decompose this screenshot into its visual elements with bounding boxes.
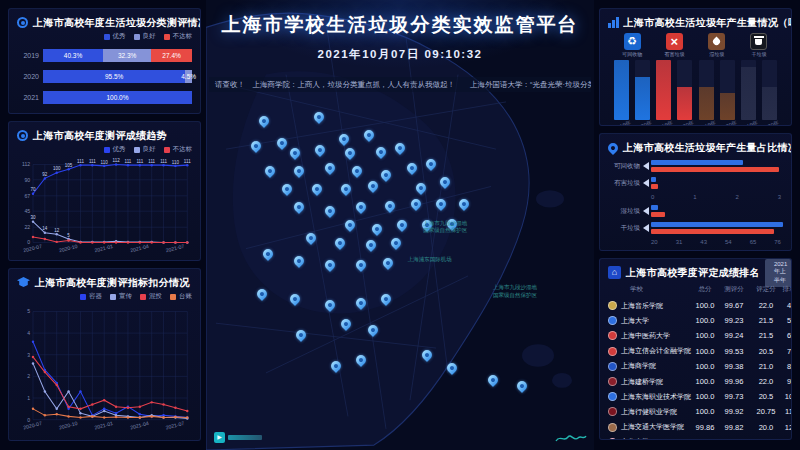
map-marker-pin[interactable] (445, 361, 459, 375)
series-混投 (32, 356, 189, 413)
rank-cell: 10 (782, 392, 792, 401)
map-marker-pin[interactable] (294, 328, 308, 342)
map-marker-pin[interactable] (457, 197, 471, 211)
year-bar[interactable] (699, 60, 714, 120)
map-marker-pin[interactable] (288, 292, 302, 306)
map-marker-pin[interactable] (379, 292, 393, 306)
map-marker-pin[interactable] (408, 197, 422, 211)
ratio-bar-2020年[interactable] (651, 229, 774, 234)
period-tag-button[interactable]: 2021年上半年 (765, 259, 792, 287)
year-bar[interactable] (741, 60, 756, 120)
map-marker-pin[interactable] (354, 353, 368, 367)
map-marker-pin[interactable] (370, 222, 384, 236)
map-marker-pin[interactable] (414, 181, 428, 195)
map-marker-pin[interactable] (381, 256, 395, 270)
year-bar[interactable] (614, 60, 629, 120)
eval-score-cell: 99.12 (718, 438, 750, 440)
map-marker-pin[interactable] (339, 182, 353, 196)
map-marker-pin[interactable] (255, 287, 269, 301)
map-marker-pin[interactable] (486, 373, 500, 387)
map-marker-pin[interactable] (323, 298, 337, 312)
map-marker-pin[interactable] (292, 164, 306, 178)
ratio-bar-2020年[interactable] (651, 167, 779, 172)
year-bar[interactable] (762, 60, 777, 120)
map-marker-pin[interactable] (405, 161, 419, 175)
map-marker-pin[interactable] (310, 182, 324, 196)
bar-segment-良好[interactable]: 32.3% (103, 49, 151, 62)
map-marker-pin[interactable] (292, 200, 306, 214)
year-bar[interactable] (677, 60, 692, 120)
map-marker-pin[interactable] (323, 258, 337, 272)
map-marker-pin[interactable] (311, 110, 325, 124)
legend-item: 良好 (134, 32, 156, 41)
ratio-bar-2019年[interactable] (651, 177, 656, 182)
map-marker-pin[interactable] (350, 164, 364, 178)
map-marker-pin[interactable] (275, 136, 289, 150)
map-marker-pin[interactable] (420, 348, 434, 362)
rank-cell: 6 (782, 331, 792, 340)
map-marker-pin[interactable] (333, 236, 347, 250)
table-row: 上海交通大学医学院99.8699.8220.012 (608, 420, 783, 435)
map-marker-pin[interactable] (354, 258, 368, 272)
legend-item: 不达标 (164, 32, 193, 41)
bar-segment-优秀[interactable]: 100.0% (43, 91, 192, 104)
ratio-bar-2019年[interactable] (651, 160, 743, 165)
map-marker-pin[interactable] (366, 179, 380, 193)
school-name: 上海交通大学医学院 (621, 422, 684, 432)
map-marker-pin[interactable] (354, 296, 368, 310)
map-marker-pin[interactable] (438, 175, 452, 189)
map-marker-pin[interactable] (257, 114, 271, 128)
map-marker-pin[interactable] (249, 139, 263, 153)
bar-segment-不达标[interactable]: 27.4% (151, 49, 192, 62)
year-bar[interactable] (635, 60, 650, 120)
map-marker-pin[interactable] (389, 236, 403, 250)
map-marker-pin[interactable] (261, 247, 275, 261)
map-marker-pin[interactable] (342, 146, 356, 160)
map-marker-pin[interactable] (292, 254, 306, 268)
svg-text:112: 112 (112, 158, 120, 163)
map-marker-pin[interactable] (434, 197, 448, 211)
map-marker-pin[interactable] (263, 164, 277, 178)
svg-text:5: 5 (67, 233, 70, 238)
map-marker-pin[interactable] (280, 182, 294, 196)
map-marker-pin[interactable] (383, 199, 397, 213)
map-marker-pin[interactable] (366, 323, 380, 337)
map-marker-pin[interactable] (339, 317, 353, 331)
category-label: 有害垃圾 (608, 179, 640, 188)
category-label: 可回收物 (608, 162, 640, 171)
map-marker-pin[interactable] (323, 204, 337, 218)
map-marker-pin[interactable] (329, 359, 343, 373)
table-row: 上海立信会计金融学院100.099.5320.57 (608, 344, 783, 359)
map-marker-pin[interactable] (342, 218, 356, 232)
ratio-bar-2019年[interactable] (651, 205, 658, 210)
svg-text:111: 111 (148, 159, 155, 164)
panel-ratio: 上海市高校生活垃圾年产生量占比情况 可回收物有害垃圾0123湿垃圾干垃圾2031… (599, 133, 792, 251)
legend-swatch (134, 147, 140, 153)
ratio-bar-2020年[interactable] (651, 212, 665, 217)
map-marker-pin[interactable] (515, 379, 529, 393)
map-marker-pin[interactable] (374, 145, 388, 159)
map-marker-pin[interactable] (393, 141, 407, 155)
map-marker-pin[interactable] (379, 168, 393, 182)
ratio-bar-2019年[interactable] (651, 222, 783, 227)
map-marker-pin[interactable] (304, 231, 318, 245)
map-marker-pin[interactable] (323, 161, 337, 175)
year-bar[interactable] (720, 60, 735, 120)
map-marker-pin[interactable] (362, 128, 376, 142)
total-score-cell: 100.0 (692, 347, 718, 356)
rating-score-cell: 20.5 (750, 347, 782, 356)
bar-segment-良好[interactable]: 4.5% (185, 70, 192, 83)
map-marker-pin[interactable] (424, 157, 438, 171)
waste-group-可回收物: ♻可回收物2019年2020年 (611, 33, 653, 126)
bar-segment-优秀[interactable]: 40.3% (43, 49, 103, 62)
map-marker-pin[interactable] (354, 200, 368, 214)
bar-segment-优秀[interactable]: 95.5% (43, 70, 185, 83)
map-marker-pin[interactable] (337, 132, 351, 146)
map-marker-pin[interactable] (288, 146, 302, 160)
map-marker-pin[interactable] (395, 218, 409, 232)
year-bar[interactable] (656, 60, 671, 120)
ratio-bar-2020年[interactable] (651, 184, 658, 189)
map-marker-pin[interactable] (313, 143, 327, 157)
rank-cell: 12 (782, 423, 792, 432)
map-marker-pin[interactable] (364, 238, 378, 252)
